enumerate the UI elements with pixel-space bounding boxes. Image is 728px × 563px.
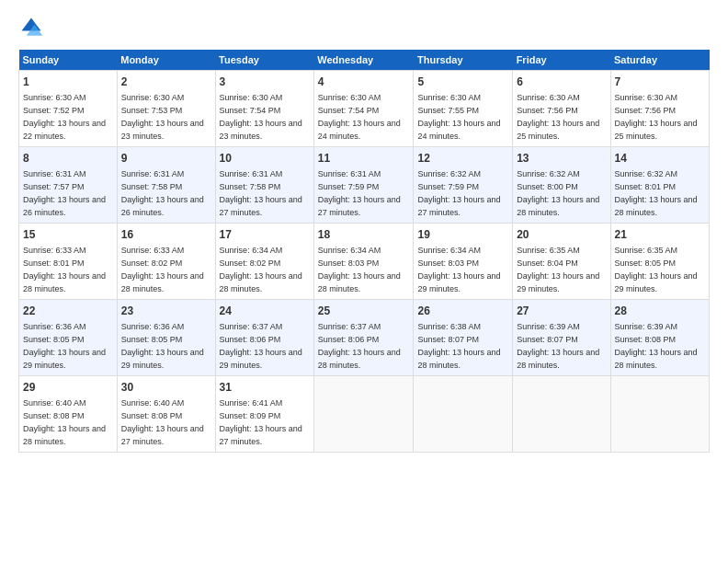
calendar-cell: 17 Sunrise: 6:34 AMSunset: 8:02 PMDaylig… [215,223,313,299]
day-number: 2 [121,75,211,90]
day-info: Sunrise: 6:30 AMSunset: 7:55 PMDaylight:… [417,93,500,141]
day-number: 7 [615,75,706,90]
day-number: 24 [220,304,310,319]
day-info: Sunrise: 6:30 AMSunset: 7:52 PMDaylight:… [23,93,106,141]
calendar-cell: 10 Sunrise: 6:31 AMSunset: 7:58 PMDaylig… [215,146,313,223]
day-number: 14 [615,151,706,167]
header-wednesday: Wednesday [313,50,414,71]
calendar-cell: 16 Sunrise: 6:33 AMSunset: 8:02 PMDaylig… [117,223,215,299]
day-info: Sunrise: 6:33 AMSunset: 8:02 PMDaylight:… [121,246,204,293]
day-number: 5 [417,75,508,90]
header-thursday: Thursday [414,50,513,71]
day-number: 10 [220,151,310,167]
logo [18,15,48,40]
day-info: Sunrise: 6:37 AMSunset: 8:06 PMDaylight:… [318,322,401,370]
logo-icon [18,15,44,40]
calendar-cell: 6 Sunrise: 6:30 AMSunset: 7:56 PMDayligh… [513,71,610,147]
calendar-cell: 22 Sunrise: 6:36 AMSunset: 8:05 PMDaylig… [19,299,118,375]
day-info: Sunrise: 6:40 AMSunset: 8:08 PMDaylight:… [23,398,106,446]
calendar-cell: 5 Sunrise: 6:30 AMSunset: 7:55 PMDayligh… [414,71,513,147]
calendar-cell: 3 Sunrise: 6:30 AMSunset: 7:54 PMDayligh… [215,71,313,147]
day-number: 28 [615,304,706,319]
calendar-cell: 4 Sunrise: 6:30 AMSunset: 7:54 PMDayligh… [313,71,414,147]
day-number: 12 [417,151,508,167]
day-number: 18 [318,227,410,243]
day-number: 23 [121,304,211,319]
day-number: 20 [517,227,606,243]
calendar-cell: 2 Sunrise: 6:30 AMSunset: 7:53 PMDayligh… [117,71,215,147]
header-friday: Friday [513,50,610,71]
day-info: Sunrise: 6:30 AMSunset: 7:56 PMDaylight:… [615,93,698,141]
header-sunday: Sunday [19,50,118,71]
calendar-cell [513,375,610,452]
day-number: 8 [23,151,113,167]
day-number: 15 [23,227,113,243]
calendar-cell: 21 Sunrise: 6:35 AMSunset: 8:05 PMDaylig… [610,223,710,299]
calendar-cell: 18 Sunrise: 6:34 AMSunset: 8:03 PMDaylig… [313,223,414,299]
day-number: 9 [121,151,211,167]
day-number: 22 [23,304,113,319]
day-info: Sunrise: 6:31 AMSunset: 7:59 PMDaylight:… [318,169,401,217]
day-number: 30 [121,380,211,396]
day-number: 13 [517,151,606,167]
day-info: Sunrise: 6:31 AMSunset: 7:57 PMDaylight:… [23,169,106,217]
day-info: Sunrise: 6:35 AMSunset: 8:04 PMDaylight:… [517,246,599,293]
day-number: 26 [417,304,508,319]
day-number: 17 [220,227,310,243]
day-number: 27 [517,304,606,319]
calendar-cell: 14 Sunrise: 6:32 AMSunset: 8:01 PMDaylig… [610,146,710,223]
calendar-cell: 15 Sunrise: 6:33 AMSunset: 8:01 PMDaylig… [19,223,118,299]
day-info: Sunrise: 6:32 AMSunset: 8:01 PMDaylight:… [615,169,698,217]
day-info: Sunrise: 6:31 AMSunset: 7:58 PMDaylight:… [220,169,302,217]
day-info: Sunrise: 6:37 AMSunset: 8:06 PMDaylight:… [220,322,302,370]
week-row-3: 15 Sunrise: 6:33 AMSunset: 8:01 PMDaylig… [19,223,710,299]
day-info: Sunrise: 6:30 AMSunset: 7:53 PMDaylight:… [121,93,204,141]
calendar-cell: 23 Sunrise: 6:36 AMSunset: 8:05 PMDaylig… [117,299,215,375]
day-number: 16 [121,227,211,243]
day-info: Sunrise: 6:36 AMSunset: 8:05 PMDaylight:… [121,322,204,370]
calendar-cell [414,375,513,452]
day-info: Sunrise: 6:39 AMSunset: 8:07 PMDaylight:… [517,322,599,370]
day-number: 6 [517,75,606,90]
calendar-header-row: SundayMondayTuesdayWednesdayThursdayFrid… [19,50,710,71]
day-info: Sunrise: 6:32 AMSunset: 8:00 PMDaylight:… [517,169,599,217]
day-number: 11 [318,151,410,167]
calendar-cell [313,375,414,452]
day-info: Sunrise: 6:41 AMSunset: 8:09 PMDaylight:… [220,398,302,446]
calendar-cell: 25 Sunrise: 6:37 AMSunset: 8:06 PMDaylig… [313,299,414,375]
week-row-2: 8 Sunrise: 6:31 AMSunset: 7:57 PMDayligh… [19,146,710,223]
day-number: 19 [417,227,508,243]
header-tuesday: Tuesday [215,50,313,71]
calendar-table: SundayMondayTuesdayWednesdayThursdayFrid… [18,50,710,453]
day-info: Sunrise: 6:38 AMSunset: 8:07 PMDaylight:… [417,322,500,370]
day-info: Sunrise: 6:31 AMSunset: 7:58 PMDaylight:… [121,169,204,217]
calendar-cell: 12 Sunrise: 6:32 AMSunset: 7:59 PMDaylig… [414,146,513,223]
calendar-cell: 26 Sunrise: 6:38 AMSunset: 8:07 PMDaylig… [414,299,513,375]
day-number: 1 [23,75,113,90]
calendar-cell: 13 Sunrise: 6:32 AMSunset: 8:00 PMDaylig… [513,146,610,223]
day-info: Sunrise: 6:35 AMSunset: 8:05 PMDaylight:… [615,246,698,293]
day-number: 3 [220,75,310,90]
day-info: Sunrise: 6:34 AMSunset: 8:03 PMDaylight:… [417,246,500,293]
day-info: Sunrise: 6:30 AMSunset: 7:54 PMDaylight:… [318,93,401,141]
page-container: SundayMondayTuesdayWednesdayThursdayFrid… [0,0,728,462]
day-info: Sunrise: 6:40 AMSunset: 8:08 PMDaylight:… [121,398,204,446]
day-number: 29 [23,380,113,396]
calendar-cell: 9 Sunrise: 6:31 AMSunset: 7:58 PMDayligh… [117,146,215,223]
day-info: Sunrise: 6:30 AMSunset: 7:54 PMDaylight:… [220,93,302,141]
calendar-cell: 7 Sunrise: 6:30 AMSunset: 7:56 PMDayligh… [610,71,710,147]
calendar-cell: 20 Sunrise: 6:35 AMSunset: 8:04 PMDaylig… [513,223,610,299]
day-number: 31 [220,380,310,396]
day-info: Sunrise: 6:36 AMSunset: 8:05 PMDaylight:… [23,322,106,370]
header-monday: Monday [117,50,215,71]
day-info: Sunrise: 6:30 AMSunset: 7:56 PMDaylight:… [517,93,599,141]
day-number: 4 [318,75,410,90]
header-saturday: Saturday [610,50,710,71]
calendar-cell: 19 Sunrise: 6:34 AMSunset: 8:03 PMDaylig… [414,223,513,299]
calendar-cell: 1 Sunrise: 6:30 AMSunset: 7:52 PMDayligh… [19,71,118,147]
day-info: Sunrise: 6:34 AMSunset: 8:03 PMDaylight:… [318,246,401,293]
calendar-cell: 8 Sunrise: 6:31 AMSunset: 7:57 PMDayligh… [19,146,118,223]
week-row-5: 29 Sunrise: 6:40 AMSunset: 8:08 PMDaylig… [19,375,710,452]
calendar-cell: 31 Sunrise: 6:41 AMSunset: 8:09 PMDaylig… [215,375,313,452]
calendar-cell: 28 Sunrise: 6:39 AMSunset: 8:08 PMDaylig… [610,299,710,375]
